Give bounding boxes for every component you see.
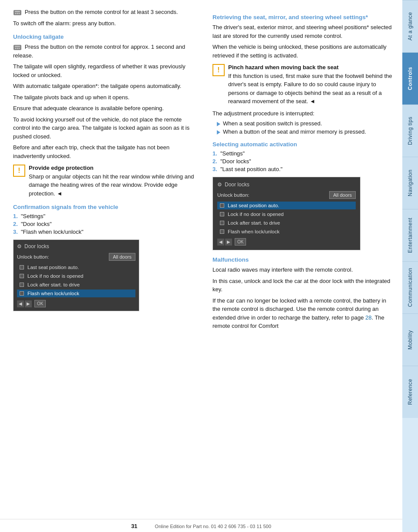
dl-row-right-1: Lock if no door is opened <box>217 210 356 218</box>
dl-row-left-3: Flash when lock/unlock <box>17 290 135 297</box>
retrieve-warning: ! Pinch hazard when moving back the seat… <box>212 63 394 106</box>
confirmation-signals-section: Confirmation signals from the vehicle 1.… <box>13 204 197 311</box>
top-section: Press the button on the remote control f… <box>13 8 197 27</box>
dl-unlock-row-right: Unlock button: All doors <box>217 191 356 199</box>
dl-title-left: ⚙ Door locks <box>17 243 135 249</box>
malfunction-para-2: In this case, unlock and lock the car at… <box>212 277 394 294</box>
confirm-item-3: 3. "Flash when lock/unlock" <box>13 229 197 235</box>
malfunction-para-3: If the car can no longer be locked with … <box>212 296 394 330</box>
dl-nav-right: ◀ ▶ <box>217 239 232 246</box>
dl-row-left-1: Lock if no door is opened <box>17 272 135 280</box>
selecting-heading: Selecting automatic activation <box>212 141 394 148</box>
sidebar-tab-driving-tips[interactable]: Driving tips <box>402 104 418 157</box>
dl-checkbox-0 <box>20 265 24 269</box>
tailgate-para-7: Before and after each trip, check that t… <box>13 143 197 160</box>
dl-arrow-right-r: ▶ <box>225 239 232 246</box>
retrieve-warning-text: Pinch hazard when moving back the seat I… <box>228 63 394 106</box>
svg-rect-1 <box>15 11 20 12</box>
sidebar-tab-controls[interactable]: Controls <box>402 52 418 104</box>
dl-unlock-value-left: All doors <box>109 253 135 261</box>
footer-inner: 31 Online Edition for Part no. 01 40 2 6… <box>131 523 271 529</box>
dl-row-left-0: Last seat position auto. <box>17 263 135 271</box>
warning-icon-right: ! <box>212 64 225 76</box>
dl-ok-btn: OK <box>34 300 46 307</box>
svg-point-7 <box>15 47 17 49</box>
dl-title-right: ⚙ Door locks <box>217 182 356 188</box>
svg-rect-6 <box>15 46 20 47</box>
remote-icon <box>13 10 22 16</box>
sidebar-tab-communication[interactable]: Communication <box>402 261 418 313</box>
footer-text: Online Edition for Part no. 01 40 2 606 … <box>155 524 271 529</box>
sidebar-tabs: At a glance Controls Driving tips Naviga… <box>402 0 418 532</box>
tailgate-para-1: Press the button on the remote control f… <box>13 43 197 60</box>
dl-checkbox-r3 <box>220 229 224 234</box>
dl-row-right-3: Flash when lock/unlock <box>217 228 356 236</box>
malfunctions-section: Malfunctions Local radio waves may inter… <box>212 256 394 330</box>
footer: 31 Online Edition for Part no. 01 40 2 6… <box>0 519 402 532</box>
dl-checkbox-3 <box>20 291 24 296</box>
retrieving-settings-section: Retrieving the seat, mirror, and steerin… <box>212 14 394 135</box>
top-para-2: To switch off the alarm: press any butto… <box>13 19 197 28</box>
tailgate-para-2: The tailgate will open slightly, regardl… <box>13 62 197 79</box>
main-content: Press the button on the remote control f… <box>0 0 402 532</box>
select-item-3: 3. "Last seat position auto." <box>212 166 394 172</box>
svg-rect-5 <box>13 45 21 50</box>
dl-gear-icon: ⚙ <box>17 243 22 249</box>
selecting-list: 1. "Settings" 2. "Door locks" 3. "Last s… <box>212 150 394 172</box>
dl-checkbox-r1 <box>220 212 224 216</box>
selecting-activation-section: Selecting automatic activation 1. "Setti… <box>212 141 394 250</box>
dl-checkbox-1 <box>20 274 24 278</box>
svg-point-2 <box>15 13 17 14</box>
sidebar-tab-mobility[interactable]: Mobility <box>402 313 418 366</box>
dl-gear-icon-right: ⚙ <box>217 182 222 188</box>
end-mark-1: ◄ <box>57 190 62 197</box>
interrupted-text: The adjustment procedure is interrupted: <box>212 109 394 118</box>
dl-bottom-left: ◀ ▶ OK <box>17 300 135 307</box>
remote-icon-2 <box>13 44 22 51</box>
dl-arrow-left-r: ◀ <box>217 239 224 246</box>
dl-checkbox-2 <box>20 283 24 287</box>
triangle-bullet-2 <box>217 130 220 135</box>
page-number: 31 <box>131 523 137 529</box>
end-mark-right: ◄ <box>310 98 315 104</box>
bullet-item-2: When a button of the seat and mirror mem… <box>212 128 394 135</box>
unlocking-tailgate-heading: Unlocking tailgate <box>13 34 197 40</box>
door-locks-ui-left: ⚙ Door locks Unlock button: All doors La… <box>13 239 139 311</box>
svg-rect-0 <box>13 10 21 15</box>
sidebar-tab-navigation[interactable]: Navigation <box>402 157 418 209</box>
dl-ok-btn-right: OK <box>235 238 246 246</box>
confirm-item-2: 2. "Door locks" <box>13 221 197 227</box>
svg-point-4 <box>19 13 20 14</box>
dl-checkbox-r0 <box>220 203 224 208</box>
page-body: Press the button on the remote control f… <box>0 8 402 519</box>
confirm-item-1: 1. "Settings" <box>13 213 197 219</box>
left-column: Press the button on the remote control f… <box>0 8 205 519</box>
sidebar-tab-at-a-glance[interactable]: At a glance <box>402 0 418 52</box>
dl-row-left-2: Lock after start. to drive <box>17 281 135 289</box>
select-item-1: 1. "Settings" <box>212 150 394 157</box>
dl-checkbox-r2 <box>220 221 224 225</box>
svg-point-8 <box>17 47 18 49</box>
sidebar-tab-entertainment[interactable]: Entertainment <box>402 209 418 261</box>
right-column: Retrieving the seat, mirror, and steerin… <box>205 8 402 519</box>
retrieve-para-1: The driver's seat, exterior mirror, and … <box>212 23 394 40</box>
tailgate-para-4: The tailgate pivots back and up when it … <box>13 93 197 102</box>
confirmation-list: 1. "Settings" 2. "Door locks" 3. "Flash … <box>13 213 197 235</box>
unlocking-tailgate-section: Unlocking tailgate Press the button on t… <box>13 34 197 198</box>
tailgate-warning: ! Provide edge protection Sharp or angul… <box>13 164 197 198</box>
confirmation-signals-heading: Confirmation signals from the vehicle <box>13 204 197 210</box>
dl-unlock-value-right: All doors <box>329 191 356 199</box>
top-para-1: Press the button on the remote control f… <box>13 8 197 17</box>
door-locks-ui-right: ⚙ Door locks Unlock button: All doors La… <box>212 177 361 250</box>
svg-point-3 <box>17 13 18 14</box>
sidebar-tab-reference[interactable]: Reference <box>402 366 418 418</box>
dl-nav-left: ◀ ▶ <box>17 300 32 307</box>
dl-row-right-2: Lock after start. to drive <box>217 219 356 227</box>
tailgate-para-6: To avoid locking yourself out of the veh… <box>13 115 197 141</box>
door-locks-screenshot-left: ⚙ Door locks Unlock button: All doors La… <box>13 239 197 311</box>
select-item-2: 2. "Door locks" <box>212 158 394 165</box>
dl-arrow-right: ▶ <box>25 300 32 307</box>
page-link-28[interactable]: 28 <box>365 314 371 321</box>
triangle-bullet-1 <box>217 122 220 126</box>
bullet-item-1: When a seat position switch is pressed. <box>212 120 394 127</box>
